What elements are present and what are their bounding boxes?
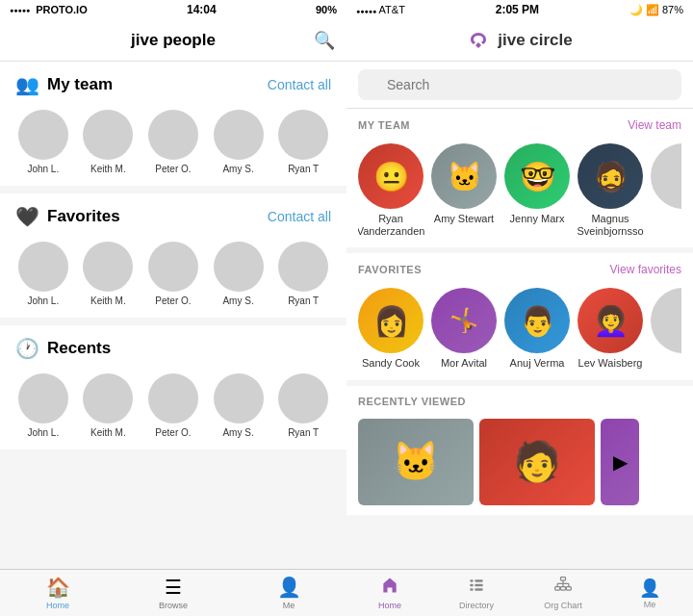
my-team-contact-all[interactable]: Contact all: [268, 77, 331, 92]
avatar: [651, 288, 681, 353]
favorites-contact-all[interactable]: Contact all: [268, 209, 331, 224]
view-favorites-link[interactable]: View favorites: [610, 263, 681, 276]
avatar: 🤸: [431, 288, 497, 353]
left-nav-me[interactable]: 👤 Me: [231, 570, 346, 616]
avatar: [148, 110, 198, 160]
avatar: 🤓: [504, 143, 570, 209]
right-nav-directory[interactable]: Directory: [433, 570, 520, 616]
list-item[interactable]: ▶: [601, 419, 639, 505]
avatar: 👩: [358, 288, 424, 353]
view-team-link[interactable]: View team: [628, 118, 681, 132]
left-time: 14:04: [187, 3, 217, 16]
avatar: [214, 242, 264, 292]
avatar: [278, 242, 328, 292]
list-item[interactable]: Keith M.: [81, 373, 137, 438]
list-item[interactable]: Keith M.: [81, 242, 137, 306]
right-favorites-avatars: 👩 Sandy Cook 🤸 Mor Avital 👨 Anuj Verma: [358, 288, 681, 370]
list-item[interactable]: Ryan T: [275, 242, 331, 306]
list-item[interactable]: 🐱 Amy Stewart: [431, 143, 497, 238]
right-nav-home[interactable]: Home: [346, 570, 433, 616]
list-item[interactable]: 😐 RyanVanderzanden: [358, 143, 424, 238]
avatar-name: Keith M.: [90, 427, 126, 438]
recently-viewed-section: RECENTLY VIEWED 🐱 🧑 ▶: [346, 386, 693, 515]
list-item[interactable]: 🤸 Mor Avital: [431, 288, 497, 370]
list-item[interactable]: Amy S.: [211, 110, 267, 174]
right-favorites-header: FAVORITES View favorites: [358, 263, 681, 276]
list-item[interactable]: 🧔 MagnusSveinbjornsso: [578, 143, 643, 238]
list-item[interactable]: Ryan T: [275, 110, 331, 174]
avatar-name: Amy Stewart: [434, 213, 494, 225]
right-nav-me[interactable]: 👤 Me: [606, 570, 693, 616]
recents-title: Recents: [47, 339, 111, 358]
list-item[interactable]: 🐱: [358, 419, 474, 505]
jive-logo-icon: [467, 29, 490, 52]
directory-icon: [467, 576, 486, 600]
avatar-name: Ryan T: [288, 427, 319, 438]
right-my-team-header: MY TEAM View team: [358, 118, 681, 132]
left-status-bar: ●●●●● PROTO.IO 14:04 90%: [0, 0, 346, 19]
left-nav-browse[interactable]: ☰ Browse: [116, 570, 231, 616]
svg-rect-0: [470, 579, 473, 582]
right-my-team-title: MY TEAM: [358, 119, 410, 131]
search-icon[interactable]: 🔍: [314, 30, 335, 51]
list-item[interactable]: John L.: [15, 110, 71, 174]
svg-rect-1: [475, 579, 482, 582]
right-time: 2:05 PM: [496, 3, 539, 16]
right-content: MY TEAM View team 😐 RyanVanderzanden 🐱 A…: [346, 109, 693, 569]
list-item[interactable]: [651, 143, 681, 238]
list-item[interactable]: Amy S.: [211, 242, 267, 306]
right-battery: 87%: [662, 4, 683, 15]
me-icon: 👤: [277, 576, 301, 599]
me-icon: 👤: [639, 578, 660, 599]
recently-viewed-items: 🐱 🧑 ▶: [358, 419, 681, 505]
right-nav-org-chart[interactable]: Org Chart: [520, 570, 606, 616]
list-item[interactable]: John L.: [15, 242, 71, 306]
right-status-bar: ●●●●● AT&T 2:05 PM 🌙 📶 87%: [346, 0, 693, 19]
avatar: 👨: [504, 288, 570, 353]
svg-rect-8: [561, 587, 566, 590]
left-header: jive people 🔍: [0, 19, 346, 62]
list-item[interactable]: Ryan T: [275, 373, 331, 438]
avatar: [83, 373, 133, 424]
right-bottom-nav: Home Directory: [346, 569, 693, 616]
right-status-icons: 🌙 📶 87%: [629, 4, 683, 16]
list-item[interactable]: Keith M.: [81, 110, 137, 174]
right-header: jive circle: [346, 19, 693, 62]
left-nav-home[interactable]: 🏠 Home: [0, 570, 116, 616]
list-item[interactable]: 🤓 Jenny Marx: [504, 143, 570, 238]
list-item[interactable]: 🧑: [479, 419, 595, 505]
list-item[interactable]: Peter O.: [145, 373, 201, 438]
avatar-name: Peter O.: [155, 164, 191, 174]
list-item[interactable]: 👩‍🦱 Lev Waisberg: [578, 288, 643, 370]
recents-section: 🕐 Recents John L. Keith M. Peter O.: [0, 325, 346, 449]
left-status-dots: ●●●●● PROTO.IO: [10, 4, 88, 15]
recently-viewed-title: RECENTLY VIEWED: [358, 396, 466, 407]
search-input[interactable]: [358, 69, 681, 100]
list-item[interactable]: [651, 288, 681, 370]
home-icon: [380, 576, 399, 600]
list-item[interactable]: 👩 Sandy Cook: [358, 288, 424, 370]
avatar: [83, 110, 133, 160]
list-item[interactable]: Amy S.: [211, 373, 267, 438]
avatar-name: John L.: [27, 295, 59, 306]
browse-icon: ☰: [165, 576, 182, 599]
favorites-header: 🖤 Favorites Contact all: [15, 205, 331, 228]
svg-rect-6: [561, 578, 566, 580]
recents-avatars: John L. Keith M. Peter O. Amy S. Ryan T: [15, 373, 331, 438]
avatar: 😐: [358, 143, 424, 209]
left-bottom-nav: 🏠 Home ☰ Browse 👤 Me: [0, 569, 346, 616]
list-item[interactable]: Peter O.: [145, 110, 201, 174]
right-favorites-section: FAVORITES View favorites 👩 Sandy Cook 🤸 …: [346, 253, 693, 379]
svg-rect-7: [555, 587, 560, 590]
avatar-name: Anuj Verma: [510, 357, 565, 370]
avatar-name: MagnusSveinbjornsso: [577, 213, 643, 238]
avatar-name: Mor Avital: [441, 357, 487, 370]
list-item[interactable]: Peter O.: [145, 242, 201, 306]
list-item[interactable]: 👨 Anuj Verma: [504, 288, 570, 370]
avatar: [18, 373, 68, 424]
my-team-section: 👥 My team Contact all John L. Keith M. P…: [0, 62, 346, 186]
avatar-name: Amy S.: [222, 164, 253, 174]
list-item[interactable]: John L.: [15, 373, 71, 438]
svg-rect-5: [475, 588, 482, 591]
left-content: 👥 My team Contact all John L. Keith M. P…: [0, 62, 346, 569]
